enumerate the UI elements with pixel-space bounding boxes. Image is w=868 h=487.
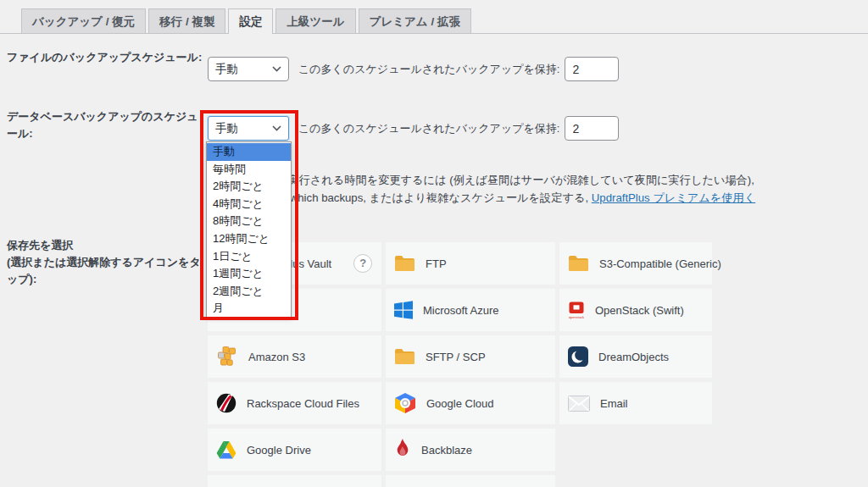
dropdown-option[interactable]: 手動 — [207, 143, 291, 161]
dropdown-option[interactable]: 4時間ごと — [207, 196, 291, 213]
storage-cell-sftp[interactable]: SFTP / SCP — [386, 335, 555, 378]
dropdown-option[interactable]: 12時間ごと — [207, 230, 291, 248]
tab-advanced-tools[interactable]: 上級ツール — [275, 8, 355, 33]
storage-cell-s3compatible[interactable]: S3-Compatible (Generic) — [559, 242, 712, 285]
storage-grid: UpdraftPlus Vault ? FTP S3-Compatible (G… — [208, 242, 868, 487]
dropdown-option[interactable]: 2時間ごと — [207, 178, 291, 196]
chevron-down-icon — [272, 125, 281, 131]
db-retain-label: この多くのスケジュールされたバックアップを保持: — [298, 121, 559, 136]
openstack-icon: openstack — [568, 302, 585, 319]
storage-cell-ftp[interactable]: FTP — [386, 242, 555, 285]
storage-cell-googledrive[interactable]: Google Drive — [208, 429, 381, 471]
cell-label: DreamObjects — [598, 351, 669, 363]
db-schedule-label: データベースバックアップのスケジュール: — [7, 108, 204, 142]
storage-cell-backblaze[interactable]: Backblaze — [386, 429, 555, 471]
sftp-folder-icon — [394, 348, 415, 365]
files-retain-input[interactable] — [565, 57, 619, 81]
cell-label: Google Drive — [247, 444, 311, 457]
backblaze-flame-icon — [394, 439, 411, 461]
dropdown-option[interactable]: 月 — [207, 300, 291, 318]
cell-label: Rackspace Cloud Files — [247, 397, 359, 410]
cell-label: S3-Compatible (Generic) — [599, 257, 721, 270]
files-retain-label: この多くのスケジュールされたバックアップを保持: — [298, 62, 559, 77]
tab-premium-extensions[interactable]: プレミアム / 拡張 — [359, 8, 471, 33]
db-schedule-select-value: 手動 — [215, 121, 238, 136]
cell-label: Microsoft Azure — [423, 304, 499, 317]
files-schedule-select-value: 手動 — [215, 62, 238, 77]
db-schedule-dropdown-list: 手動 毎時間 2時間ごと 4時間ごと 8時間ごと 12時間ごと 1日ごと 1週間… — [206, 141, 292, 318]
dropdown-option[interactable]: 毎時間 — [207, 161, 291, 179]
storage-cell-stub[interactable] — [386, 475, 555, 487]
db-schedule-row: 手動 この多くのスケジュールされたバックアップを保持: — [208, 116, 619, 141]
storage-cell-googlecloud[interactable]: Google Cloud — [386, 382, 555, 424]
cell-label: Backblaze — [421, 444, 472, 457]
ftp-folder-icon — [394, 255, 415, 272]
dropdown-option[interactable]: 8時間ごと — [207, 213, 291, 230]
chevron-down-icon — [272, 66, 281, 72]
dropdown-option[interactable]: 1日ごと — [207, 248, 291, 266]
storage-cell-stub[interactable] — [208, 475, 381, 487]
dreamobjects-icon — [568, 346, 588, 367]
files-schedule-label: ファイルのバックアップスケジュール: — [7, 49, 204, 66]
db-schedule-select[interactable]: 手動 — [208, 116, 289, 141]
storage-cell-rackspace[interactable]: Rackspace Cloud Files — [208, 382, 381, 424]
vault-help-icon[interactable]: ? — [353, 254, 372, 273]
google-drive-icon — [216, 441, 236, 459]
tabbar: バックアップ / 復元 移行 / 複製 設定 上級ツール プレミアム / 拡張 — [21, 8, 471, 34]
files-schedule-select[interactable]: 手動 — [208, 57, 289, 81]
storage-cell-amazons3[interactable]: Amazon S3 — [208, 335, 381, 378]
db-retain-input[interactable] — [565, 116, 619, 141]
cell-label: SFTP / SCP — [426, 351, 486, 363]
tab-backup-restore[interactable]: バックアップ / 復元 — [21, 8, 146, 33]
storage-cell-azure[interactable]: Microsoft Azure — [386, 289, 555, 331]
updraftplus-settings-page: バックアップ / 復元 移行 / 複製 設定 上級ツール プレミアム / 拡張 … — [0, 0, 868, 487]
cell-label: OpenStack (Swift) — [595, 304, 684, 317]
svg-text:openstack: openstack — [569, 314, 584, 318]
files-schedule-row: 手動 この多くのスケジュールされたバックアップを保持: — [208, 57, 619, 81]
google-cloud-icon — [394, 393, 416, 413]
dropdown-option[interactable]: 1週間ごと — [207, 265, 291, 283]
s3-compatible-folder-icon — [568, 255, 589, 272]
cell-label: Google Cloud — [426, 397, 494, 410]
microsoft-azure-icon — [394, 301, 413, 319]
storage-cell-openstack[interactable]: openstack OpenStack (Swift) — [559, 289, 712, 331]
storage-cell-email[interactable]: Email — [559, 382, 712, 424]
amazon-s3-icon — [216, 346, 238, 367]
cell-label: Amazon S3 — [248, 351, 305, 363]
email-envelope-icon — [568, 396, 590, 412]
dropdown-option[interactable]: 2週間ごと — [207, 283, 291, 301]
storage-cell-dreamobjects[interactable]: DreamObjects — [559, 335, 712, 378]
tab-migrate-clone[interactable]: 移行 / 複製 — [148, 8, 225, 33]
cell-label: FTP — [426, 257, 447, 270]
storage-select-label: 保存先を選択 (選択または選択解除するアイコンをタップ): — [7, 237, 204, 288]
rackspace-icon — [216, 393, 236, 413]
cell-label: Email — [600, 397, 628, 410]
tab-settings[interactable]: 設定 — [228, 8, 273, 34]
